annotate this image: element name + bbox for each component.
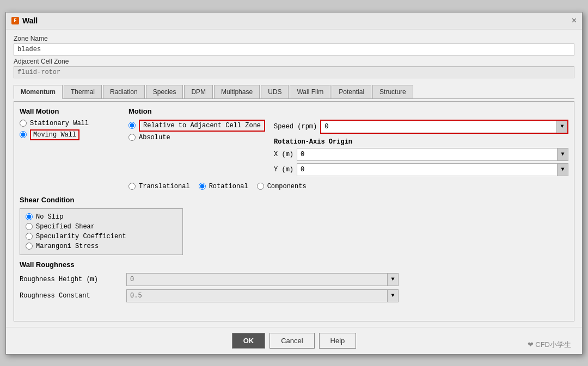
shear-radio-group: No Slip Specified Shear Specularity Coef… bbox=[26, 213, 177, 250]
top-section: Wall Motion Stationary Wall Moving Wall bbox=[20, 107, 568, 190]
x-axis-row: X (m) ▼ bbox=[274, 148, 568, 161]
x-label: X (m) bbox=[274, 151, 293, 158]
no-slip-option[interactable]: No Slip bbox=[26, 213, 177, 221]
translational-label: Translational bbox=[139, 183, 190, 190]
roughness-constant-row: Roughness Constant ▼ bbox=[20, 289, 568, 302]
speed-input[interactable] bbox=[321, 121, 556, 132]
ok-button[interactable]: OK bbox=[232, 333, 266, 349]
dialog-body: Zone Name Adjacent Cell Zone Momentum Th… bbox=[6, 29, 582, 327]
relative-radio[interactable] bbox=[128, 122, 136, 129]
y-input[interactable] bbox=[297, 164, 557, 175]
zone-name-label: Zone Name bbox=[14, 35, 574, 42]
roughness-height-input bbox=[127, 274, 387, 285]
roughness-title: Wall Roughness bbox=[20, 260, 568, 269]
rotational-radio[interactable] bbox=[199, 183, 206, 190]
motion-top: Relative to Adjacent Cell Zone Absolute … bbox=[128, 120, 568, 178]
stationary-wall-radio[interactable] bbox=[20, 120, 27, 127]
y-input-wrapper: ▼ bbox=[297, 163, 568, 176]
x-input[interactable] bbox=[297, 149, 557, 160]
motion-type-col: Relative to Adjacent Cell Zone Absolute bbox=[128, 120, 265, 178]
speed-label: Speed (rpm) bbox=[274, 123, 317, 131]
wall-motion-radio-group: Stationary Wall Moving Wall bbox=[20, 120, 118, 140]
absolute-label: Absolute bbox=[139, 134, 170, 141]
moving-wall-option[interactable]: Moving Wall bbox=[20, 129, 118, 140]
tab-species[interactable]: Species bbox=[146, 85, 183, 98]
shear-title: Shear Condition bbox=[20, 196, 568, 204]
translational-radio[interactable] bbox=[128, 183, 136, 190]
tab-multiphase[interactable]: Multiphase bbox=[214, 85, 260, 98]
no-slip-radio[interactable] bbox=[26, 213, 33, 220]
watermark: ❤ CFD小学生 bbox=[528, 340, 571, 350]
tab-dpm[interactable]: DPM bbox=[184, 85, 213, 98]
motion-title: Motion bbox=[128, 107, 568, 115]
roughness-height-input-wrapper: ▼ bbox=[126, 273, 399, 286]
content-area: Wall Motion Stationary Wall Moving Wall bbox=[14, 101, 574, 321]
help-button[interactable]: Help bbox=[319, 333, 357, 349]
tab-thermal[interactable]: Thermal bbox=[64, 85, 102, 98]
absolute-radio[interactable] bbox=[128, 134, 136, 141]
specified-shear-option[interactable]: Specified Shear bbox=[26, 223, 177, 231]
dialog-footer: OK Cancel Help ❤ CFD小学生 bbox=[6, 327, 582, 354]
roughness-section: Wall Roughness Roughness Height (m) ▼ Ro… bbox=[20, 260, 568, 306]
relative-label: Relative to Adjacent Cell Zone bbox=[139, 120, 265, 132]
tabs-container: Momentum Thermal Radiation Species DPM M… bbox=[14, 85, 574, 99]
shear-options: No Slip Specified Shear Specularity Coef… bbox=[20, 208, 183, 255]
marangoni-radio[interactable] bbox=[26, 243, 33, 250]
translational-option[interactable]: Translational bbox=[128, 183, 190, 190]
specified-shear-label: Specified Shear bbox=[36, 223, 95, 231]
shear-section: Shear Condition No Slip Specified Shear bbox=[20, 196, 568, 255]
specularity-label: Specularity Coefficient bbox=[36, 233, 126, 240]
y-label: Y (m) bbox=[274, 166, 293, 173]
tab-radiation[interactable]: Radiation bbox=[103, 85, 145, 98]
roughness-constant-input-wrapper: ▼ bbox=[126, 289, 399, 302]
rotation-axis-title: Rotation-Axis Origin bbox=[274, 138, 568, 146]
x-dropdown-arrow[interactable]: ▼ bbox=[557, 148, 568, 160]
moving-wall-radio[interactable] bbox=[20, 131, 27, 138]
title-bar-left: F Wall bbox=[11, 16, 38, 25]
speed-row: Speed (rpm) ▼ bbox=[274, 120, 568, 134]
roughness-height-row: Roughness Height (m) ▼ bbox=[20, 273, 568, 286]
close-button[interactable]: × bbox=[572, 16, 577, 26]
wall-motion-section: Wall Motion Stationary Wall Moving Wall bbox=[20, 107, 118, 190]
motion-section: Motion Relative to Adjacent Cell Zone Ab… bbox=[128, 107, 568, 190]
rotational-option[interactable]: Rotational bbox=[199, 183, 248, 190]
specularity-radio[interactable] bbox=[26, 233, 33, 240]
speed-dropdown-arrow[interactable]: ▼ bbox=[556, 121, 567, 133]
zone-name-field: Zone Name bbox=[14, 35, 574, 55]
components-radio[interactable] bbox=[257, 183, 264, 190]
dialog-icon: F bbox=[11, 17, 19, 24]
relative-option[interactable]: Relative to Adjacent Cell Zone bbox=[128, 120, 265, 132]
marangoni-option[interactable]: Marangoni Stress bbox=[26, 243, 177, 250]
adjacent-cell-label: Adjacent Cell Zone bbox=[14, 58, 574, 65]
tab-potential[interactable]: Potential bbox=[332, 85, 371, 98]
tab-wall-film[interactable]: Wall Film bbox=[290, 85, 330, 98]
absolute-option[interactable]: Absolute bbox=[128, 134, 265, 141]
tab-structure[interactable]: Structure bbox=[372, 85, 413, 98]
x-input-wrapper: ▼ bbox=[297, 148, 568, 161]
roughness-constant-label: Roughness Constant bbox=[20, 292, 123, 300]
tab-uds[interactable]: UDS bbox=[261, 85, 289, 98]
tab-momentum[interactable]: Momentum bbox=[14, 85, 63, 99]
wall-motion-title: Wall Motion bbox=[20, 107, 118, 115]
no-slip-label: No Slip bbox=[36, 213, 63, 221]
rotational-label: Rotational bbox=[209, 183, 248, 190]
specularity-option[interactable]: Specularity Coefficient bbox=[26, 233, 177, 240]
stationary-wall-label: Stationary Wall bbox=[30, 120, 89, 127]
rotation-section: Rotation-Axis Origin X (m) ▼ Y (m) bbox=[274, 138, 568, 176]
roughness-height-label: Roughness Height (m) bbox=[20, 276, 123, 283]
dialog-title: Wall bbox=[22, 16, 38, 25]
components-label: Components bbox=[267, 183, 307, 190]
zone-name-input[interactable] bbox=[14, 44, 574, 55]
roughness-height-arrow[interactable]: ▼ bbox=[387, 274, 398, 286]
stationary-wall-option[interactable]: Stationary Wall bbox=[20, 120, 118, 127]
motion-mode-group: Translational Rotational Components bbox=[128, 183, 568, 190]
roughness-constant-input bbox=[127, 290, 387, 301]
roughness-constant-arrow[interactable]: ▼ bbox=[387, 290, 398, 302]
adjacent-cell-field: Adjacent Cell Zone bbox=[14, 58, 574, 78]
adjacent-cell-input bbox=[14, 66, 574, 78]
moving-wall-label: Moving Wall bbox=[30, 129, 79, 140]
specified-shear-radio[interactable] bbox=[26, 223, 33, 230]
cancel-button[interactable]: Cancel bbox=[270, 333, 314, 349]
y-dropdown-arrow[interactable]: ▼ bbox=[557, 164, 568, 176]
components-option[interactable]: Components bbox=[257, 183, 307, 190]
